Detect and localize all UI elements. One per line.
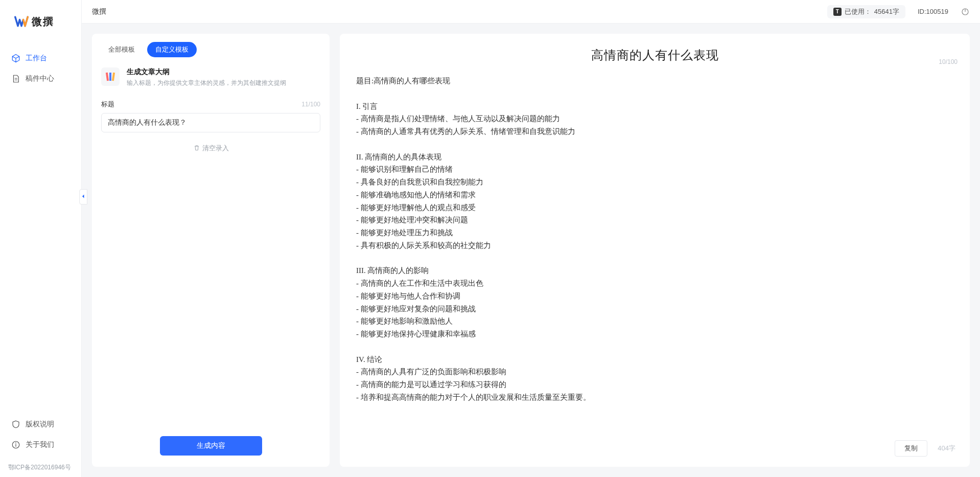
usage-pill[interactable]: T 已使用： 45641字	[827, 5, 905, 18]
books-icon	[101, 67, 120, 86]
usage-value: 45641字	[874, 7, 899, 16]
brand-name: 微撰	[32, 15, 54, 29]
bottom-nav: 版权说明 关于我们	[0, 415, 81, 460]
nav-copyright-label: 版权说明	[26, 420, 54, 429]
text-badge-icon: T	[833, 8, 842, 16]
copy-button[interactable]: 复制	[895, 440, 927, 457]
sidebar: 微撰 工作台 稿件中心	[0, 0, 82, 477]
output-panel: 高情商的人有什么表现 10/100 题目:高情商的人有哪些表现 I. 引言 - …	[340, 34, 970, 467]
title-input[interactable]	[101, 113, 320, 132]
template-desc: 输入标题，为你提供文章主体的灵感，并为其创建推文提纲	[127, 79, 286, 87]
main: 微撰 T 已使用： 45641字 ID:100519 全部模板	[82, 0, 980, 477]
output-word-count: 404字	[938, 444, 955, 453]
main-nav: 工作台 稿件中心	[0, 49, 81, 415]
cube-icon	[11, 54, 20, 63]
content: 全部模板 自定义模板 生成文章大纲 输入标题，为你提供文章主体的灵感，并为其创建…	[82, 24, 980, 477]
clear-input-button[interactable]: 清空录入	[92, 132, 330, 164]
output-title: 高情商的人有什么表现	[352, 47, 958, 63]
nav-workspace-label: 工作台	[26, 54, 47, 63]
nav-drafts-label: 稿件中心	[26, 74, 54, 83]
title-field: 标题 11/100	[92, 97, 330, 132]
page-title: 微撰	[92, 7, 106, 16]
template-tabs: 全部模板 自定义模板	[92, 34, 330, 62]
tab-custom-templates[interactable]: 自定义模板	[147, 42, 197, 57]
output-footer: 复制 404字	[340, 433, 970, 467]
generate-button[interactable]: 生成内容	[160, 436, 262, 456]
template-card: 生成文章大纲 输入标题，为你提供文章主体的灵感，并为其创建推文提纲	[92, 62, 330, 97]
trash-icon	[193, 144, 200, 153]
svg-rect-5	[106, 73, 109, 81]
template-info: 生成文章大纲 输入标题，为你提供文章主体的灵感，并为其创建推文提纲	[127, 67, 286, 87]
usage-label: 已使用：	[845, 7, 871, 16]
output-title-count: 10/100	[939, 58, 958, 65]
template-title: 生成文章大纲	[127, 67, 286, 77]
logo-icon	[14, 14, 29, 29]
icp-note: 鄂ICP备2022016946号	[0, 460, 81, 477]
collapse-sidebar-button[interactable]	[79, 189, 87, 205]
brand-logo: 微撰	[0, 0, 81, 49]
power-icon[interactable]	[961, 7, 970, 16]
document-icon	[11, 74, 20, 83]
output-header: 高情商的人有什么表现 10/100	[340, 34, 970, 66]
chevron-left-icon	[80, 193, 86, 201]
tab-all-templates[interactable]: 全部模板	[100, 42, 143, 57]
svg-rect-6	[109, 73, 111, 81]
input-panel: 全部模板 自定义模板 生成文章大纲 输入标题，为你提供文章主体的灵感，并为其创建…	[92, 34, 330, 467]
topbar: 微撰 T 已使用： 45641字 ID:100519	[82, 0, 980, 24]
info-icon	[11, 440, 20, 449]
field-label: 标题	[101, 100, 114, 109]
nav-copyright[interactable]: 版权说明	[5, 415, 76, 434]
svg-rect-7	[112, 73, 115, 81]
nav-workspace[interactable]: 工作台	[5, 49, 76, 67]
svg-point-2	[15, 442, 16, 443]
nav-about-label: 关于我们	[26, 440, 54, 449]
user-id: ID:100519	[918, 8, 948, 15]
shield-icon	[11, 420, 20, 429]
field-char-count: 11/100	[301, 101, 320, 108]
nav-about[interactable]: 关于我们	[5, 436, 76, 454]
topbar-right: T 已使用： 45641字 ID:100519	[827, 5, 970, 18]
clear-input-label: 清空录入	[202, 144, 229, 153]
output-body[interactable]: 题目:高情商的人有哪些表现 I. 引言 - 高情商是指人们处理情绪、与他人互动以…	[340, 66, 970, 433]
nav-drafts[interactable]: 稿件中心	[5, 70, 76, 88]
